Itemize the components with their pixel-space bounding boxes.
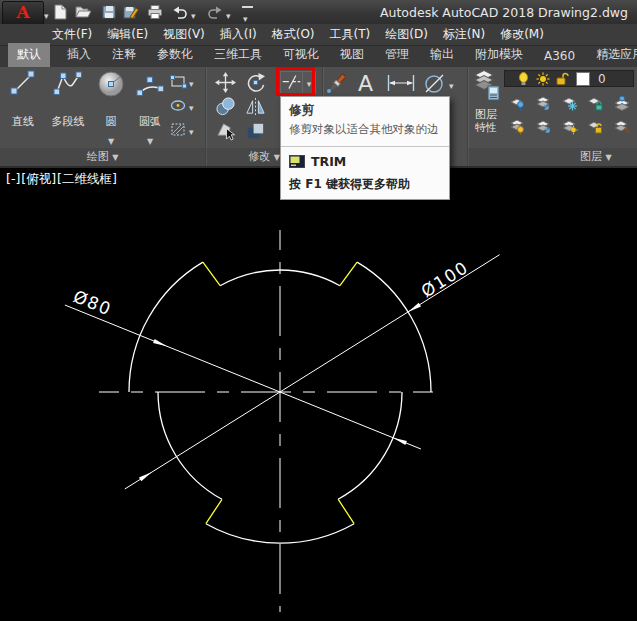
- dimension-button[interactable]: [386, 74, 416, 92]
- open-file-icon[interactable]: [75, 4, 91, 20]
- rectangle-button[interactable]: [170, 72, 194, 91]
- layer-freeze-button[interactable]: [561, 95, 578, 112]
- svg-text:A: A: [358, 71, 373, 96]
- tab-insert[interactable]: 插入: [63, 43, 95, 67]
- layer-off-button[interactable]: [509, 95, 526, 112]
- undo-dropdown-icon[interactable]: [191, 4, 196, 23]
- menu-edit[interactable]: 编辑(E): [107, 26, 148, 43]
- current-layer-name: 0: [598, 72, 606, 86]
- layer-lock-button[interactable]: [587, 95, 604, 112]
- tab-featured-apps[interactable]: 精选应用: [592, 43, 637, 67]
- layer-on-bulb-icon: [517, 72, 530, 86]
- application-menu-arrow-icon[interactable]: [44, 4, 49, 23]
- tab-addins[interactable]: 附加模块: [471, 43, 527, 67]
- layer-panel-label[interactable]: 图层: [468, 148, 637, 166]
- stretch-icon: [215, 120, 236, 141]
- menu-format[interactable]: 格式(O): [272, 26, 315, 43]
- match-properties-button[interactable]: [324, 72, 348, 96]
- redo-dropdown-icon[interactable]: [226, 4, 231, 23]
- copy-button[interactable]: [215, 96, 236, 117]
- circle-button[interactable]: 圆: [92, 68, 130, 148]
- ellipse-button[interactable]: [170, 96, 194, 115]
- tab-manage[interactable]: 管理: [381, 43, 413, 67]
- text-icon: A: [354, 70, 378, 96]
- layer-thaw-sun-icon: [536, 72, 550, 86]
- unlock-layer-button[interactable]: [587, 118, 604, 135]
- tab-a360[interactable]: A360: [540, 46, 579, 67]
- draw-panel-label[interactable]: 绘图: [0, 148, 205, 166]
- new-file-icon[interactable]: [52, 4, 68, 20]
- save-icon[interactable]: [101, 4, 117, 20]
- circle-flyout-icon[interactable]: [92, 129, 130, 148]
- tab-annotate[interactable]: 注释: [108, 43, 140, 67]
- menu-view[interactable]: 视图(V): [163, 26, 205, 43]
- menu-insert[interactable]: 插入(I): [220, 26, 257, 43]
- menu-dimension[interactable]: 标注(N): [443, 26, 485, 43]
- tooltip-help-text: 按 F1 键获得更多帮助: [289, 176, 410, 193]
- unisolate-layers-button[interactable]: [535, 118, 552, 135]
- tooltip-description: 修剪对象以适合其他对象的边: [289, 122, 439, 137]
- centerline-flyout-icon[interactable]: [449, 74, 454, 93]
- layer-selector[interactable]: 0: [504, 70, 634, 87]
- line-button[interactable]: 直线: [2, 68, 44, 129]
- tab-3d-tools[interactable]: 三维工具: [210, 43, 266, 67]
- tab-output[interactable]: 输出: [426, 43, 458, 67]
- dimension-icon: [386, 74, 416, 92]
- dim80-arrow-near: [153, 339, 167, 346]
- tab-default[interactable]: 默认: [8, 43, 50, 67]
- rectangle-flyout-icon[interactable]: [189, 72, 194, 91]
- layer-unlock-gold-icon: [587, 118, 604, 135]
- centerline-button[interactable]: [423, 71, 454, 95]
- change-to-current-layer-button[interactable]: [613, 118, 631, 135]
- arc-label: 圆弧: [130, 114, 170, 129]
- viewport-minimize-control[interactable]: [-]: [6, 171, 20, 186]
- trim-command-icon: [289, 155, 305, 168]
- tab-visualize[interactable]: 可视化: [279, 43, 323, 67]
- polyline-label: 多段线: [44, 114, 92, 129]
- paintbrush-icon: [324, 72, 348, 96]
- polyline-button[interactable]: 多段线: [44, 68, 92, 129]
- plot-icon[interactable]: [147, 4, 163, 20]
- tooltip-command: TRIM: [311, 154, 346, 169]
- tooltip-divider: [281, 146, 449, 147]
- viewport-visual-style-control[interactable]: [二维线框]: [57, 171, 117, 186]
- trim-dropdown-icon[interactable]: [302, 72, 315, 93]
- ellipse-flyout-icon[interactable]: [189, 96, 194, 115]
- trim-tooltip: 修剪 修剪对象以适合其他对象的边 TRIM 按 F1 键获得更多帮助: [280, 96, 450, 200]
- undo-icon[interactable]: [172, 4, 188, 20]
- dim80-arrow-far: [393, 438, 407, 445]
- layer-panel: 图层 特性 0 图层: [468, 67, 637, 166]
- menu-draw[interactable]: 绘图(D): [385, 26, 428, 43]
- hatch-button[interactable]: [170, 120, 194, 139]
- viewport-view-control[interactable]: [俯视]: [21, 171, 56, 186]
- save-as-icon[interactable]: [123, 4, 139, 20]
- make-current-button[interactable]: [613, 95, 631, 112]
- layer-properties-button[interactable]: 图层 特性: [470, 68, 502, 134]
- fillet-button[interactable]: [245, 120, 266, 141]
- menu-file[interactable]: 文件(F): [52, 26, 92, 43]
- trim-split-button[interactable]: [280, 71, 316, 94]
- text-button[interactable]: A: [354, 70, 378, 96]
- menu-tools[interactable]: 工具(T): [330, 26, 371, 43]
- tab-view[interactable]: 视图: [336, 43, 368, 67]
- move-button[interactable]: [215, 72, 236, 93]
- tab-parametric[interactable]: 参数化: [153, 43, 197, 67]
- mirror-button[interactable]: [245, 96, 266, 117]
- stretch-button[interactable]: [215, 120, 236, 141]
- menu-modify[interactable]: 修改(M): [500, 26, 544, 43]
- redo-icon[interactable]: [207, 4, 223, 20]
- turn-on-all-layers-button[interactable]: [509, 118, 526, 135]
- layers-on-icon: [509, 118, 526, 135]
- arc-flyout-icon[interactable]: [130, 129, 170, 148]
- arc-button[interactable]: 圆弧: [130, 68, 170, 148]
- app-title: Autodesk AutoCAD 2018: [380, 5, 534, 20]
- autocad-logo-icon: A: [16, 2, 29, 22]
- rotate-button[interactable]: [245, 72, 266, 93]
- circle-label: 圆: [92, 114, 130, 129]
- layer-isolate-button[interactable]: [535, 95, 552, 112]
- thaw-all-layers-button[interactable]: [561, 118, 579, 135]
- mirror-icon: [245, 96, 266, 117]
- hatch-flyout-icon[interactable]: [189, 120, 194, 139]
- layer-off-icon: [509, 95, 526, 112]
- application-menu-button[interactable]: A: [2, 1, 44, 25]
